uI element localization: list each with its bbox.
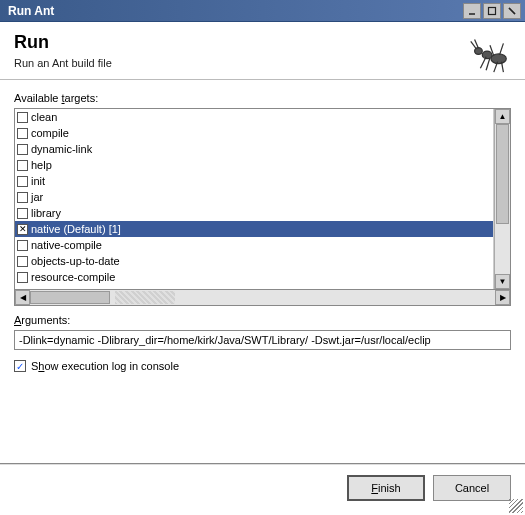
target-item[interactable]: jar — [15, 189, 493, 205]
maximize-button[interactable] — [483, 3, 501, 19]
target-label: help — [31, 159, 52, 171]
targets-listbox[interactable]: cleancompiledynamic-linkhelpinitjarlibra… — [14, 108, 511, 290]
target-checkbox[interactable] — [17, 112, 28, 123]
target-item[interactable]: objects-up-to-date — [15, 253, 493, 269]
window-title: Run Ant — [4, 4, 461, 18]
svg-line-14 — [500, 43, 504, 55]
target-label: library — [31, 207, 61, 219]
target-checkbox[interactable]: ✕ — [17, 224, 28, 235]
arguments-label: Arguments: — [14, 314, 511, 326]
target-label: compile — [31, 127, 69, 139]
targets-label: Available targets: — [14, 92, 511, 104]
dialog-title: Run — [14, 32, 511, 53]
target-checkbox[interactable] — [17, 256, 28, 267]
target-checkbox[interactable] — [17, 160, 28, 171]
target-label: native-compile — [31, 239, 102, 251]
scroll-track[interactable] — [495, 124, 510, 274]
target-label: init — [31, 175, 45, 187]
arguments-input[interactable] — [14, 330, 511, 350]
svg-rect-1 — [489, 7, 496, 14]
scroll-up-button[interactable]: ▲ — [495, 109, 510, 124]
scroll-down-button[interactable]: ▼ — [495, 274, 510, 289]
target-checkbox[interactable] — [17, 240, 28, 251]
target-label: objects-up-to-date — [31, 255, 120, 267]
close-button[interactable] — [503, 3, 521, 19]
target-item[interactable]: native-compile — [15, 237, 493, 253]
target-checkbox[interactable] — [17, 144, 28, 155]
show-log-label: Show execution log in console — [31, 360, 179, 372]
target-item[interactable]: ✕native (Default) [1] — [15, 221, 493, 237]
scroll-left-button[interactable]: ◀ — [15, 290, 30, 305]
cancel-button[interactable]: Cancel — [433, 475, 511, 501]
target-checkbox[interactable] — [17, 176, 28, 187]
target-item[interactable]: compile — [15, 125, 493, 141]
dialog-footer: Finish Cancel — [0, 463, 525, 507]
target-checkbox[interactable] — [17, 272, 28, 283]
svg-line-9 — [480, 57, 486, 69]
hscroll-thumb[interactable] — [30, 291, 110, 304]
svg-line-3 — [509, 8, 515, 14]
target-label: resource-compile — [31, 271, 115, 283]
target-item[interactable]: library — [15, 205, 493, 221]
vertical-scrollbar[interactable]: ▲ ▼ — [494, 109, 510, 289]
target-label: jar — [31, 191, 43, 203]
svg-line-10 — [486, 58, 490, 70]
show-log-row[interactable]: ✓ Show execution log in console — [14, 360, 511, 372]
hscroll-hatch — [115, 291, 175, 304]
target-item[interactable]: init — [15, 173, 493, 189]
target-label: native (Default) [1] — [31, 223, 121, 235]
target-checkbox[interactable] — [17, 208, 28, 219]
horizontal-scrollbar[interactable]: ◀ ▶ — [14, 290, 511, 306]
target-checkbox[interactable] — [17, 128, 28, 139]
target-item[interactable]: resource-compile — [15, 269, 493, 285]
target-label: clean — [31, 111, 57, 123]
hscroll-track[interactable] — [30, 290, 495, 305]
target-item[interactable]: dynamic-link — [15, 141, 493, 157]
scroll-thumb[interactable] — [496, 124, 509, 224]
target-label: dynamic-link — [31, 143, 92, 155]
ant-icon — [465, 28, 513, 76]
resize-grip[interactable] — [509, 499, 523, 513]
target-item[interactable]: clean — [15, 109, 493, 125]
dialog-subtitle: Run an Ant build file — [14, 57, 511, 69]
dialog-header: Run Run an Ant build file — [0, 22, 525, 80]
target-item[interactable]: help — [15, 157, 493, 173]
titlebar[interactable]: Run Ant — [0, 0, 525, 22]
minimize-button[interactable] — [463, 3, 481, 19]
target-checkbox[interactable] — [17, 192, 28, 203]
show-log-checkbox[interactable]: ✓ — [14, 360, 26, 372]
scroll-right-button[interactable]: ▶ — [495, 290, 510, 305]
finish-button[interactable]: Finish — [347, 475, 425, 501]
svg-point-5 — [482, 51, 492, 59]
dialog-content: Available targets: cleancompiledynamic-l… — [0, 80, 525, 380]
